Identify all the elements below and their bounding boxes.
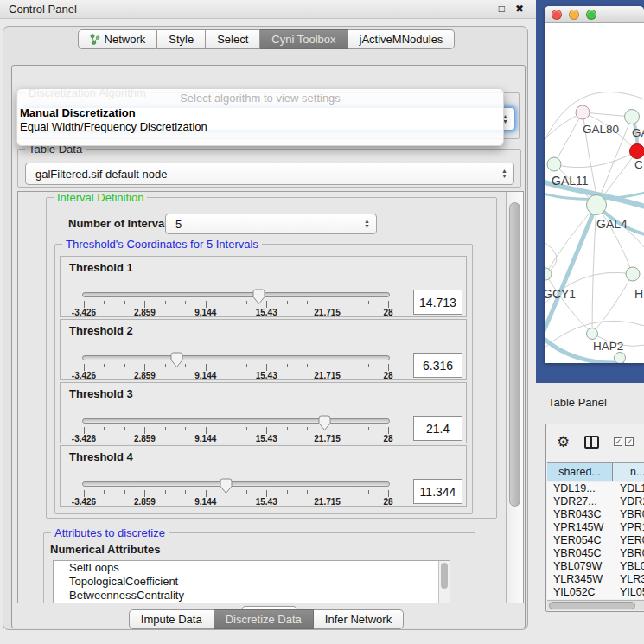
threshold-slider[interactable]: -3.4262.8599.14415.4321.71528 <box>82 383 390 444</box>
tab-select[interactable]: Select <box>206 29 260 49</box>
zoom-traffic-light-icon[interactable] <box>586 10 596 20</box>
tick-mark <box>307 427 308 430</box>
scale-label: 2.859 <box>134 308 156 317</box>
tab-cyni-toolbox[interactable]: Cyni Toolbox <box>260 29 348 49</box>
tick-mark <box>104 427 105 430</box>
table-row[interactable]: YLR345WYLR345W <box>547 573 644 586</box>
control-panel: NetworkStyleSelectCyni ToolboxjActiveMNo… <box>3 26 528 630</box>
scale-label: 9.144 <box>194 371 216 380</box>
node-label: C <box>634 158 643 171</box>
select-columns-icon[interactable]: ✓ ✓ <box>614 437 634 446</box>
tab-network[interactable]: Network <box>78 29 158 49</box>
table-row[interactable]: YPR145WYPR145W <box>547 521 644 534</box>
threshold-value-field[interactable]: 11.344 <box>413 479 462 504</box>
scale-label: 2.859 <box>134 371 156 380</box>
scale-label: 15.43 <box>256 434 277 443</box>
split-columns-icon[interactable] <box>584 436 599 449</box>
tab-label: Cyni Toolbox <box>271 33 335 46</box>
list-scrollbar[interactable] <box>438 561 450 603</box>
network-icon <box>90 34 100 45</box>
float-window-icon[interactable]: □ <box>499 3 505 15</box>
slider-scale: -3.4262.8599.14415.4321.71528 <box>84 371 388 380</box>
threshold-panel-4: Threshold 4-3.4262.8599.14415.4321.71528… <box>60 445 467 507</box>
tab-infer-network[interactable]: Infer Network <box>314 609 404 629</box>
panel-scrollbar-thumb[interactable] <box>509 202 520 507</box>
network-node[interactable] <box>625 110 640 124</box>
algorithm-dropdown-popup: Select algorithm to view settings Manual… <box>16 88 504 146</box>
group-title-attributes: Attributes to discretize <box>51 526 169 539</box>
dropdown-items: Manual DiscretizationEqual Width/Frequen… <box>17 106 503 134</box>
scale-label: 21.715 <box>314 434 341 443</box>
tick-mark <box>165 301 166 304</box>
tab-impute-data[interactable]: Impute Data <box>129 609 214 629</box>
scale-label: 15.43 <box>256 308 277 317</box>
dropdown-item-manual-discretization[interactable]: Manual Discretization <box>17 106 503 120</box>
numerical-attributes-list[interactable]: SelfLoopsTopologicalCoefficientBetweenne… <box>53 560 450 603</box>
tab-jactivemnodules[interactable]: jActiveMNodules <box>348 29 456 49</box>
tick-mark <box>84 364 85 371</box>
tab-style[interactable]: Style <box>157 29 206 49</box>
minimize-traffic-light-icon[interactable] <box>569 10 579 20</box>
close-traffic-light-icon[interactable] <box>552 10 562 20</box>
node-label: GA <box>632 126 644 139</box>
tick-mark <box>124 301 125 304</box>
tick-mark <box>185 490 186 494</box>
list-scrollbar-thumb[interactable] <box>441 563 448 589</box>
network-node[interactable] <box>587 195 607 215</box>
tick-mark <box>84 301 85 308</box>
number-of-intervals-combobox[interactable]: 5 ▲▼ <box>165 214 377 234</box>
tick-mark <box>246 364 247 367</box>
tick-mark <box>185 364 186 367</box>
tick-mark <box>165 364 166 367</box>
tick-mark <box>328 301 328 308</box>
threshold-slider[interactable]: -3.4262.8599.14415.4321.71528 <box>82 257 390 318</box>
table-row[interactable]: YDR27...YDR27... <box>547 495 644 508</box>
panel-title: Control Panel <box>9 3 77 16</box>
table-row[interactable]: YIL052CYIL052C <box>547 586 644 599</box>
network-node[interactable] <box>547 157 561 171</box>
cell-name: YDR27... <box>613 495 644 508</box>
table-row[interactable]: YER054CYER054C <box>547 534 644 547</box>
cell-name: YIL052C <box>613 586 644 599</box>
tick-mark <box>307 490 308 494</box>
table-horizontal-scrollbar[interactable] <box>547 600 644 610</box>
attribute-item-betweennesscentrality[interactable]: BetweennessCentrality <box>54 589 450 603</box>
column-header-shared-name[interactable]: shared... <box>547 463 613 481</box>
checkbox-icon: ✓ <box>614 437 622 446</box>
table-row[interactable]: YBR045CYBR045C <box>547 547 644 560</box>
panel-scrollbar[interactable] <box>506 192 523 603</box>
threshold-value-field[interactable]: 14.713 <box>413 290 462 315</box>
tick-mark <box>84 490 85 497</box>
threshold-value-field[interactable]: 21.4 <box>413 416 462 441</box>
close-icon[interactable]: ✖ <box>515 3 524 15</box>
tab-discretize-data[interactable]: Discretize Data <box>214 609 314 629</box>
network-node[interactable] <box>630 144 644 159</box>
cell-name: YLR345W <box>613 573 644 586</box>
table-data-combobox[interactable]: galFiltered.sif default node ▲▼ <box>25 163 514 185</box>
attribute-item-selfloops[interactable]: SelfLoops <box>54 561 450 575</box>
attribute-item-topologicalcoefficient[interactable]: TopologicalCoefficient <box>54 575 450 589</box>
threshold-value-field[interactable]: 6.316 <box>413 353 462 378</box>
threshold-slider[interactable]: -3.4262.8599.14415.4321.71528 <box>82 320 390 381</box>
tick-mark <box>104 490 105 494</box>
table-row[interactable]: YBR043CYBR043C <box>547 508 644 521</box>
hscrollbar-thumb[interactable] <box>549 602 635 609</box>
network-node[interactable] <box>615 353 626 364</box>
network-window-titlebar <box>545 6 644 23</box>
table-row[interactable]: YDL19...YDL19... <box>547 482 644 495</box>
network-node[interactable] <box>587 328 598 340</box>
network-node[interactable] <box>576 105 590 119</box>
tick-mark <box>307 364 308 367</box>
network-canvas[interactable]: GAL80GACGAL11GAL4GCY1HHAP2 <box>545 23 644 363</box>
tick-mark <box>368 301 369 304</box>
tick-mark <box>144 301 145 308</box>
threshold-slider[interactable]: -3.4262.8599.14415.4321.71528 <box>82 446 390 507</box>
gear-icon[interactable]: ⚙ <box>557 435 570 450</box>
tick-mark <box>206 427 207 434</box>
network-node[interactable] <box>626 267 640 281</box>
table-row[interactable]: YBL079WYBL079W <box>547 560 644 573</box>
dropdown-item-equal-width-frequency-discretization[interactable]: Equal Width/Frequency Discretization <box>17 120 503 134</box>
column-header-name[interactable]: n... <box>613 463 644 481</box>
tick-mark <box>328 490 328 497</box>
table-panel: ⚙ ✓ ✓ shared... n... YDL19...YDL19...YDR… <box>545 424 644 612</box>
